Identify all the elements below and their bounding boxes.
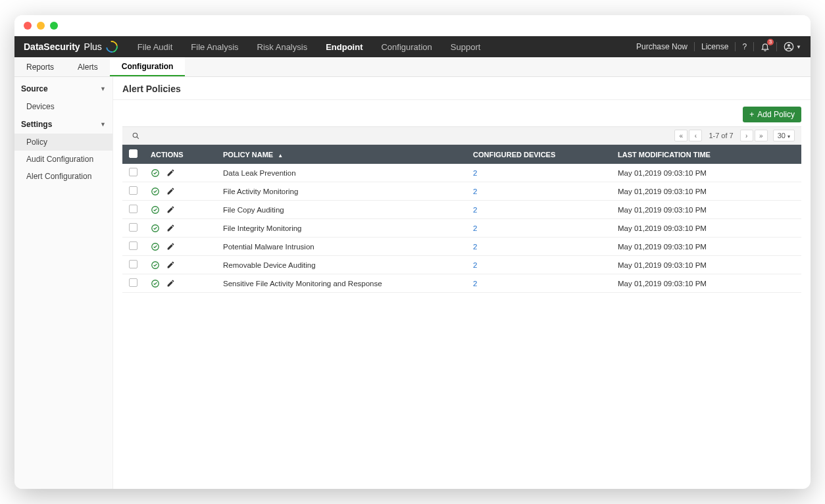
sidebar-item-devices[interactable]: Devices — [14, 98, 113, 115]
edit-policy-button[interactable] — [166, 224, 175, 232]
nav-file-analysis[interactable]: File Analysis — [182, 36, 247, 57]
plus-icon: + — [749, 110, 754, 119]
brand-logo[interactable]: DataSecurity Plus — [14, 36, 128, 57]
sidebar-group-label: Settings — [21, 120, 52, 129]
sidebar-item-policy[interactable]: Policy — [14, 134, 113, 151]
sidebar-item-audit-configuration[interactable]: Audit Configuration — [14, 151, 113, 168]
sidebar-group-source[interactable]: Source ▼ — [14, 80, 113, 98]
sidebar-item-alert-configuration[interactable]: Alert Configuration — [14, 168, 113, 185]
configured-devices-link[interactable]: 2 — [473, 206, 477, 214]
license-link[interactable]: License — [701, 42, 728, 51]
page-size-value: 30 — [778, 132, 786, 139]
page-prev-button[interactable]: ‹ — [689, 130, 702, 141]
edit-policy-button[interactable] — [166, 168, 175, 177]
nav-support[interactable]: Support — [441, 36, 490, 57]
page-title: Alert Policies — [113, 77, 811, 100]
row-checkbox[interactable] — [129, 278, 138, 287]
subnav-reports[interactable]: Reports — [14, 57, 66, 76]
table-row[interactable]: File Integrity Monitoring2May 01,2019 09… — [122, 219, 801, 238]
pencil-icon — [166, 205, 175, 214]
page-next-button[interactable]: › — [740, 130, 753, 141]
add-policy-button[interactable]: + Add Policy — [743, 107, 801, 122]
minimize-window-button[interactable] — [37, 22, 45, 30]
table-row[interactable]: Data Leak Prevention2May 01,2019 09:03:1… — [122, 164, 801, 182]
svg-point-2 — [133, 133, 138, 138]
cell-last-modified: May 01,2019 09:03:10 PM — [611, 274, 801, 293]
cell-policy-name: Data Leak Prevention — [216, 164, 466, 182]
nav-endpoint[interactable]: Endpoint — [316, 36, 372, 57]
table-toolbar: « ‹ 1-7 of 7 › » 30 ▾ — [122, 126, 801, 145]
col-header-policy-name[interactable]: POLICY NAME ▲ — [216, 145, 466, 164]
row-checkbox[interactable] — [129, 168, 138, 176]
col-header-actions[interactable]: ACTIONS — [144, 145, 216, 164]
col-header-configured-devices[interactable]: CONFIGURED DEVICES — [466, 145, 611, 164]
sidebar: Source ▼ Devices Settings ▼ Policy Audit… — [14, 77, 113, 489]
enable-policy-button[interactable] — [151, 168, 160, 178]
configured-devices-link[interactable]: 2 — [473, 280, 477, 288]
enable-policy-button[interactable] — [151, 224, 160, 233]
pencil-icon — [166, 242, 175, 251]
brand-name-2: Plus — [84, 41, 102, 52]
check-circle-icon — [151, 224, 160, 233]
subnav-alerts[interactable]: Alerts — [66, 57, 110, 76]
page-actions: + Add Policy — [113, 100, 811, 126]
pencil-icon — [166, 187, 175, 195]
enable-policy-button[interactable] — [151, 279, 160, 288]
separator — [694, 42, 695, 51]
user-menu-button[interactable]: ▼ — [784, 41, 801, 52]
row-checkbox[interactable] — [129, 260, 138, 268]
edit-policy-button[interactable] — [166, 279, 175, 288]
table-row[interactable]: Removable Device Auditing2May 01,2019 09… — [122, 256, 801, 274]
sidebar-group-label: Source — [21, 84, 48, 93]
app-window: DataSecurity Plus File Audit File Analys… — [14, 15, 811, 489]
notifications-button[interactable]: 3 — [761, 42, 770, 51]
enable-policy-button[interactable] — [151, 242, 160, 251]
nav-file-audit[interactable]: File Audit — [128, 36, 182, 57]
configured-devices-link[interactable]: 2 — [473, 188, 477, 195]
enable-policy-button[interactable] — [151, 261, 160, 270]
edit-policy-button[interactable] — [166, 242, 175, 251]
page-size-selector[interactable]: 30 ▾ — [773, 130, 795, 141]
col-header-last-modification[interactable]: LAST MODIFICATION TIME — [611, 145, 801, 164]
pencil-icon — [166, 224, 175, 232]
help-icon[interactable]: ? — [742, 42, 747, 51]
enable-policy-button[interactable] — [151, 187, 160, 196]
configured-devices-link[interactable]: 2 — [473, 224, 477, 232]
table-search-button[interactable] — [132, 132, 140, 140]
check-circle-icon — [151, 205, 160, 214]
row-checkbox[interactable] — [129, 186, 138, 195]
row-checkbox[interactable] — [129, 223, 138, 232]
policies-table: ACTIONS POLICY NAME ▲ CONFIGURED DEVICES… — [122, 145, 801, 293]
top-nav-items: File Audit File Analysis Risk Analysis E… — [128, 36, 490, 57]
edit-policy-button[interactable] — [166, 205, 175, 214]
pencil-icon — [166, 279, 175, 288]
page-last-button[interactable]: » — [755, 130, 768, 141]
table-row[interactable]: File Activity Monitoring2May 01,2019 09:… — [122, 182, 801, 201]
nav-risk-analysis[interactable]: Risk Analysis — [248, 36, 317, 57]
col-header-select[interactable] — [122, 145, 144, 164]
select-all-checkbox[interactable] — [129, 149, 138, 158]
configured-devices-link[interactable]: 2 — [473, 261, 477, 269]
edit-policy-button[interactable] — [166, 261, 175, 269]
table-row[interactable]: Potential Malware Intrusion2May 01,2019 … — [122, 238, 801, 256]
edit-policy-button[interactable] — [166, 187, 175, 195]
table-row[interactable]: Sensitive File Activity Monitoring and R… — [122, 274, 801, 293]
row-checkbox[interactable] — [129, 241, 138, 250]
cell-last-modified: May 01,2019 09:03:10 PM — [611, 164, 801, 182]
close-window-button[interactable] — [24, 22, 32, 30]
purchase-now-link[interactable]: Purchase Now — [636, 42, 688, 51]
sidebar-group-settings[interactable]: Settings ▼ — [14, 115, 113, 134]
subnav-configuration[interactable]: Configuration — [110, 57, 186, 76]
configured-devices-link[interactable]: 2 — [473, 169, 477, 177]
nav-configuration[interactable]: Configuration — [372, 36, 441, 57]
configured-devices-link[interactable]: 2 — [473, 243, 477, 251]
table-row[interactable]: File Copy Auditing2May 01,2019 09:03:10 … — [122, 201, 801, 219]
enable-policy-button[interactable] — [151, 205, 160, 214]
row-checkbox[interactable] — [129, 205, 138, 213]
cell-last-modified: May 01,2019 09:03:10 PM — [611, 256, 801, 274]
add-policy-label: Add Policy — [757, 110, 795, 119]
maximize-window-button[interactable] — [50, 22, 58, 30]
pencil-icon — [166, 261, 175, 269]
check-circle-icon — [151, 168, 160, 178]
page-first-button[interactable]: « — [674, 130, 688, 141]
